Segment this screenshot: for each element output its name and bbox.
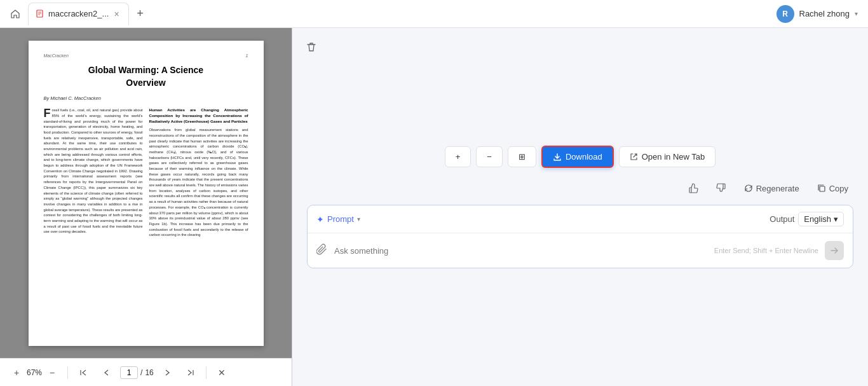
- attach-button[interactable]: [316, 244, 328, 258]
- tabs-area: maccracken2_... × +: [28, 3, 771, 25]
- fit-page-button[interactable]: ⊞: [508, 146, 536, 167]
- user-name: Rachel zhong: [799, 9, 850, 18]
- pdf-header-left: MacCracken: [44, 53, 69, 58]
- new-tab-button[interactable]: +: [132, 5, 149, 23]
- svg-rect-0: [37, 10, 43, 17]
- zoom-out-button[interactable]: −: [43, 364, 61, 382]
- pdf-page-header: MacCracken 1: [44, 53, 248, 58]
- zoom-controls: + 67% −: [8, 364, 61, 382]
- prompt-label[interactable]: ✦ Prompt ▾: [316, 214, 360, 224]
- top-bar: maccracken2_... × + R Rachel zhong ▾: [0, 0, 868, 28]
- pdf-header-right: 1: [246, 53, 248, 58]
- regenerate-button[interactable]: Regenerate: [739, 181, 804, 196]
- language-selector[interactable]: English ▾: [798, 212, 844, 226]
- prompt-label-text: Prompt: [327, 214, 354, 224]
- send-icon: [830, 246, 839, 255]
- prev-page-button[interactable]: [97, 364, 115, 382]
- copy-button[interactable]: Copy: [812, 181, 853, 196]
- output-section: Output English ▾: [770, 212, 844, 226]
- next-page-button[interactable]: [159, 364, 177, 382]
- delete-button[interactable]: [302, 38, 320, 56]
- thumbdown-button[interactable]: [711, 178, 731, 198]
- prompt-area: ✦ Prompt ▾ Output English ▾: [307, 205, 853, 268]
- fit-icon: ⊞: [519, 152, 526, 162]
- home-button[interactable]: [5, 4, 25, 24]
- last-page-button[interactable]: [182, 364, 200, 382]
- action-buttons-row: + − ⊞ Download: [445, 146, 716, 168]
- send-button[interactable]: [825, 241, 844, 260]
- ai-panel: + − ⊞ Download: [292, 28, 868, 386]
- zoom-level: 67%: [27, 368, 42, 377]
- zoom-out-ai-button[interactable]: −: [476, 146, 503, 167]
- first-page-button[interactable]: [74, 364, 92, 382]
- tab-close-button[interactable]: ×: [112, 8, 120, 20]
- ai-content-area: + − ⊞ Download: [292, 28, 868, 386]
- close-pdf-button[interactable]: ✕: [213, 364, 231, 382]
- pdf-toolbar: + 67% − / 16 ✕: [0, 358, 292, 386]
- pdf-panel: MacCracken 1 Global Warming: A Science O…: [0, 28, 292, 386]
- lang-dropdown-icon: ▾: [834, 214, 838, 224]
- action-secondary-row: Regenerate Copy: [307, 178, 853, 198]
- pdf-page: MacCracken 1 Global Warming: A Science O…: [29, 41, 264, 346]
- page-total: 16: [145, 368, 153, 377]
- tab-title: maccracken2_...: [48, 9, 109, 18]
- user-avatar: R: [776, 5, 794, 23]
- zoom-in-button[interactable]: +: [8, 364, 25, 382]
- zoom-out-icon: −: [487, 152, 492, 162]
- pdf-scroll-area[interactable]: MacCracken 1 Global Warming: A Science O…: [0, 28, 292, 358]
- page-info: / 16: [120, 366, 154, 379]
- prompt-input[interactable]: [334, 246, 708, 256]
- regenerate-icon: [744, 184, 753, 193]
- main-content: MacCracken 1 Global Warming: A Science O…: [0, 28, 868, 386]
- zoom-in-icon: +: [456, 152, 461, 162]
- pdf-title: Global Warming: A Science Overview: [44, 64, 248, 89]
- pdf-icon: [36, 10, 44, 18]
- download-icon: [553, 153, 562, 162]
- toolbar-divider-1: [67, 366, 68, 379]
- open-new-tab-label: Open in New Tab: [642, 152, 705, 162]
- regenerate-label: Regenerate: [756, 184, 799, 193]
- open-new-tab-button[interactable]: Open in New Tab: [619, 146, 716, 167]
- prompt-top-bar: ✦ Prompt ▾ Output English ▾: [308, 205, 853, 233]
- output-label: Output: [770, 214, 794, 224]
- prompt-dropdown-icon: ▾: [357, 216, 360, 223]
- open-new-tab-icon: [630, 153, 638, 161]
- user-menu[interactable]: R Rachel zhong ▾: [771, 3, 864, 25]
- copy-icon: [817, 184, 826, 193]
- tab-pdf[interactable]: maccracken2_... ×: [28, 3, 129, 25]
- zoom-in-ai-button[interactable]: +: [445, 146, 471, 167]
- pdf-column-right: Human Activities are Changing Atmospheri…: [149, 107, 248, 241]
- thumbup-button[interactable]: [683, 178, 703, 198]
- download-button[interactable]: Download: [541, 146, 614, 168]
- language-value: English: [804, 214, 831, 224]
- toolbar-divider-2: [206, 366, 207, 379]
- svg-rect-1: [820, 186, 825, 191]
- pdf-body: Fossil fuels (i.e., coal, oil, and natur…: [44, 107, 248, 241]
- prompt-hint: Enter Send; Shift + Enter Newline: [714, 247, 818, 254]
- page-number-input[interactable]: [120, 366, 138, 379]
- download-label: Download: [566, 152, 602, 162]
- prompt-spark-icon: ✦: [316, 214, 324, 224]
- copy-label: Copy: [829, 184, 848, 193]
- pdf-author: By Michael C. MacCracken: [44, 95, 248, 101]
- user-menu-chevron: ▾: [855, 10, 858, 17]
- pdf-column-left: Fossil fuels (i.e., coal, oil, and natur…: [44, 107, 143, 241]
- prompt-input-area: Enter Send; Shift + Enter Newline: [308, 233, 853, 268]
- pdf-col-right-title: Human Activities are Changing Atmospheri…: [149, 107, 248, 124]
